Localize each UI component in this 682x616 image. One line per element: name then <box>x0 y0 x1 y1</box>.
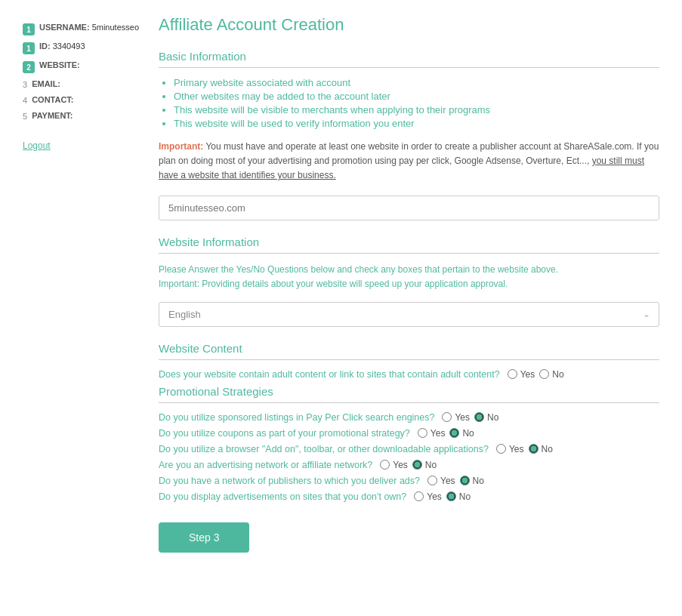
promo-question-text-0: Do you utilize sponsored listings in Pay… <box>159 412 434 423</box>
page-title: Affiliate Account Creation <box>159 15 659 35</box>
promo-no-group-2: No <box>529 444 553 454</box>
promo-yes-group-3: Yes <box>380 460 408 470</box>
promo-question-row-0: Do you utilize sponsored listings in Pay… <box>159 412 659 423</box>
promo-yes-radio-2[interactable] <box>496 444 506 454</box>
basic-info-bullets: Primary website associated with account … <box>159 77 659 129</box>
important-text: Important: You must have and operate at … <box>159 140 659 183</box>
sidebar-item-username: 1 USERNAME: 5minutesseo <box>23 23 143 35</box>
adult-content-yes-label: Yes <box>520 369 535 380</box>
promo-yes-label-0: Yes <box>455 412 470 423</box>
adult-content-yes-radio[interactable] <box>508 369 517 379</box>
promo-no-label-1: No <box>462 428 474 439</box>
bullet-4: This website will be used to verify info… <box>174 118 659 129</box>
website-info-section: Website Information Please Answer the Ye… <box>159 236 659 327</box>
promo-no-radio-3[interactable] <box>412 460 422 470</box>
adult-content-no-label: No <box>552 369 563 380</box>
sidebar-number-email: 3 <box>23 80 27 89</box>
sidebar-item-contact: 4 CONTACT: <box>23 95 143 105</box>
website-content-title: Website Content <box>159 342 659 360</box>
promo-yes-label-3: Yes <box>393 460 408 470</box>
promo-question-text-4: Do you have a network of publishers to w… <box>159 476 420 486</box>
promo-no-group-4: No <box>460 476 484 486</box>
promo-yes-radio-1[interactable] <box>418 428 427 438</box>
promotional-section: Promotional Strategies Do you utilize sp… <box>159 385 659 502</box>
promo-yes-radio-5[interactable] <box>414 491 424 501</box>
promo-question-row-4: Do you have a network of publishers to w… <box>159 476 659 486</box>
sidebar-label-website: WEBSITE: <box>39 60 80 69</box>
badge-1-id: 1 <box>23 42 35 54</box>
website-info-description: Please Answer the Yes/No Questions below… <box>159 263 659 291</box>
logout-link[interactable]: Logout <box>23 140 51 151</box>
sidebar-number-payment: 5 <box>23 112 27 121</box>
promo-question-text-5: Do you display advertisements on sites t… <box>159 491 406 502</box>
promo-yes-radio-3[interactable] <box>380 460 390 470</box>
sidebar-label-email: EMAIL: <box>32 79 60 88</box>
badge-1-username: 1 <box>23 23 35 35</box>
promo-yes-group-2: Yes <box>496 444 524 454</box>
promotional-questions: Do you utilize sponsored listings in Pay… <box>159 412 659 502</box>
promotional-title: Promotional Strategies <box>159 385 659 403</box>
website-info-desc-line1: Please Answer the Yes/No Questions below… <box>159 264 558 275</box>
promo-no-label-2: No <box>542 444 553 454</box>
promo-no-label-0: No <box>487 412 498 423</box>
important-body: You must have and operate at least one w… <box>159 141 659 166</box>
basic-info-title: Basic Information <box>159 50 659 68</box>
adult-content-no-radio[interactable] <box>539 369 549 379</box>
promo-question-row-5: Do you display advertisements on sites t… <box>159 491 659 502</box>
promo-question-row-3: Are you an advertising network or affili… <box>159 460 659 470</box>
promo-no-group-0: No <box>474 412 498 423</box>
promo-yes-group-4: Yes <box>427 476 455 486</box>
sidebar-label-contact: CONTACT: <box>32 95 73 104</box>
promo-question-row-1: Do you utilize coupons as part of your p… <box>159 428 659 439</box>
promo-no-label-4: No <box>473 476 484 486</box>
promo-yes-group-1: Yes <box>418 428 446 439</box>
promo-no-radio-2[interactable] <box>529 444 539 454</box>
promo-question-text-3: Are you an advertising network or affili… <box>159 460 372 470</box>
promo-no-radio-1[interactable] <box>449 428 459 438</box>
sidebar-item-payment: 5 PAYMENT: <box>23 111 143 121</box>
sidebar-item-id: 1 ID: 3340493 <box>23 42 143 54</box>
promo-yes-label-2: Yes <box>509 444 524 454</box>
website-input[interactable] <box>159 196 659 220</box>
badge-2-website: 2 <box>23 61 35 73</box>
website-info-title: Website Information <box>159 236 659 254</box>
website-info-desc-line2: Important: Providing details about your … <box>159 279 508 289</box>
sidebar-value-id: 3340493 <box>53 42 85 51</box>
important-label: Important: <box>159 141 203 152</box>
promo-yes-label-4: Yes <box>440 476 455 486</box>
adult-content-yes-group: Yes <box>508 369 535 380</box>
step3-button[interactable]: Step 3 <box>159 522 249 553</box>
sidebar-label-username: USERNAME: <box>39 23 90 32</box>
promo-question-text-1: Do you utilize coupons as part of your p… <box>159 428 410 439</box>
sidebar-label-id: ID: <box>39 42 51 51</box>
main-content: Affiliate Account Creation Basic Informa… <box>143 15 659 553</box>
promo-question-text-2: Do you utilize a browser "Add on", toolb… <box>159 444 489 454</box>
sidebar-item-website: 2 WEBSITE: <box>23 60 143 73</box>
website-content-section: Website Content Does your website contai… <box>159 342 659 380</box>
language-select-wrapper: English Spanish French German Italian Po… <box>159 302 659 327</box>
bullet-3: This website will be visible to merchant… <box>174 104 659 116</box>
promo-yes-group-5: Yes <box>414 491 442 502</box>
sidebar-value-username: 5minutesseo <box>92 23 139 32</box>
promo-no-label-3: No <box>425 460 437 470</box>
sidebar-item-email: 3 EMAIL: <box>23 79 143 89</box>
promo-no-group-1: No <box>449 428 474 439</box>
promo-no-label-5: No <box>459 491 471 502</box>
sidebar: 1 USERNAME: 5minutesseo 1 ID: 3340493 2 … <box>23 15 143 553</box>
language-select[interactable]: English Spanish French German Italian Po… <box>159 302 659 327</box>
promo-yes-label-1: Yes <box>430 428 446 439</box>
promo-no-radio-5[interactable] <box>446 491 456 501</box>
promo-no-radio-0[interactable] <box>474 412 484 422</box>
promo-no-radio-4[interactable] <box>460 476 470 485</box>
promo-yes-radio-4[interactable] <box>427 476 437 485</box>
promo-yes-label-5: Yes <box>427 491 442 502</box>
promo-yes-radio-0[interactable] <box>442 412 452 422</box>
adult-content-no-group: No <box>539 369 563 380</box>
bullet-2: Other websites may be added to the accou… <box>174 91 659 102</box>
bullet-1: Primary website associated with account <box>174 77 659 88</box>
sidebar-label-payment: PAYMENT: <box>32 111 73 120</box>
promo-question-row-2: Do you utilize a browser "Add on", toolb… <box>159 444 659 454</box>
sidebar-number-contact: 4 <box>23 96 27 105</box>
promo-no-group-3: No <box>412 460 437 470</box>
promo-no-group-5: No <box>446 491 471 502</box>
